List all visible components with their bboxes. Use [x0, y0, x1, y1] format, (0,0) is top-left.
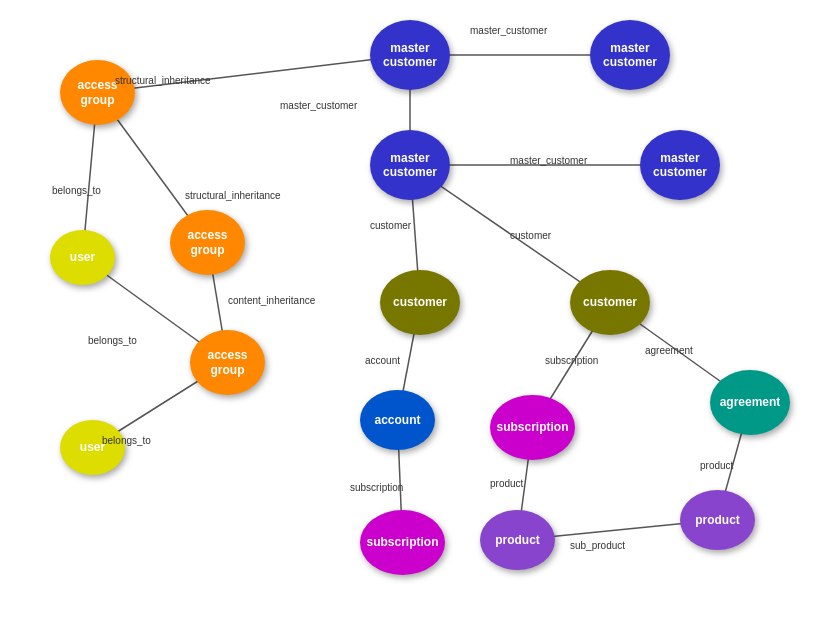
- edge-label: belongs_to: [88, 335, 137, 346]
- edge-label: master_customer: [510, 155, 587, 166]
- diagram-container: master customermaster customermaster cus…: [0, 0, 840, 630]
- node-sub_left: subscription: [490, 395, 575, 460]
- edge-label: agreement: [645, 345, 693, 356]
- edge-label: subscription: [350, 482, 403, 493]
- edge-label: product: [700, 460, 733, 471]
- edge-label: structural_inheritance: [185, 190, 281, 201]
- node-cust_left: customer: [380, 270, 460, 335]
- node-mc_right1: master customer: [590, 20, 670, 90]
- edge-label: customer: [510, 230, 551, 241]
- svg-line-3: [98, 55, 411, 93]
- node-product_mid: product: [480, 510, 555, 570]
- node-sub_bot: subscription: [360, 510, 445, 575]
- node-account: account: [360, 390, 435, 450]
- node-ag_mid: access group: [170, 210, 245, 275]
- node-mc_right2: master customer: [640, 130, 720, 200]
- edge-label: content_inheritance: [228, 295, 315, 306]
- node-user_top: user: [50, 230, 115, 285]
- edge-label: product: [490, 478, 523, 489]
- edge-label: subscription: [545, 355, 598, 366]
- node-mc_mid: master customer: [370, 130, 450, 200]
- edge-label: master_customer: [280, 100, 357, 111]
- node-ag_top: access group: [60, 60, 135, 125]
- node-ag_bot: access group: [190, 330, 265, 395]
- edge-label: sub_product: [570, 540, 625, 551]
- edge-label: account: [365, 355, 400, 366]
- node-user_bot: user: [60, 420, 125, 475]
- edge-label: master_customer: [470, 25, 547, 36]
- edge-label: belongs_to: [52, 185, 101, 196]
- node-product_right: product: [680, 490, 755, 550]
- node-agreement: agreement: [710, 370, 790, 435]
- node-mc_top: master customer: [370, 20, 450, 90]
- node-cust_right: customer: [570, 270, 650, 335]
- edge-label: customer: [370, 220, 411, 231]
